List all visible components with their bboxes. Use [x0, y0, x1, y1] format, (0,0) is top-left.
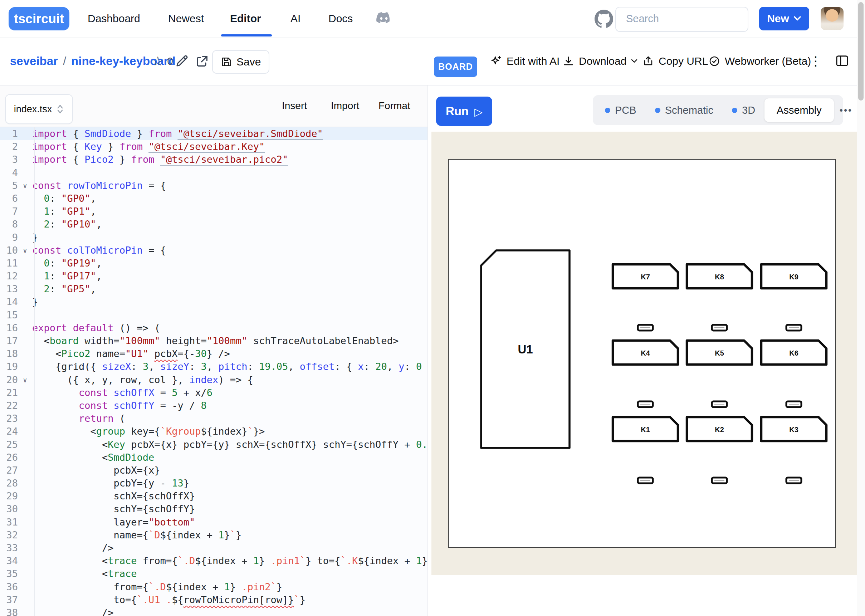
download-icon — [562, 55, 575, 67]
line-number: 23 — [0, 412, 18, 425]
code-editor[interactable]: 1import { SmdDiode } from "@tsci/seveiba… — [0, 127, 427, 616]
code-line[interactable]: 33 /> — [0, 542, 427, 555]
code-line[interactable]: 19 {grid({ sizeX: 3, sizeY: 3, pitch: 19… — [0, 360, 427, 373]
file-selector[interactable]: index.tsx — [5, 94, 73, 124]
fold-arrow-icon[interactable]: ∨ — [18, 374, 32, 387]
tabs-overflow-button[interactable]: ••• — [834, 105, 858, 116]
fold-arrow-icon[interactable]: ∨ — [18, 244, 32, 257]
line-number: 20 — [0, 374, 18, 387]
code-line[interactable]: 36 from={`.D${index + 1} .pin2`} — [0, 581, 427, 594]
key-label: K7 — [641, 273, 650, 281]
line-number: 36 — [0, 581, 18, 594]
code-line[interactable]: 15 — [0, 309, 427, 322]
new-button[interactable]: New — [759, 7, 809, 30]
code-line[interactable]: 5∨const rowToMicroPin = { — [0, 179, 427, 192]
key-label: K5 — [715, 349, 724, 357]
assembly-canvas[interactable]: U1K7K8K9K4K5K6K1K2K3 — [432, 132, 857, 575]
scrollbar-thumb[interactable] — [858, 2, 863, 101]
board-type-badge[interactable]: BOARD — [434, 57, 477, 77]
save-button-label: Save — [237, 56, 261, 68]
save-floppy-icon — [221, 56, 232, 68]
code-line[interactable]: 16export default () => ( — [0, 322, 427, 335]
code-line[interactable]: 14} — [0, 295, 427, 308]
code-line[interactable]: 21 const schOffX = 5 + x/6 — [0, 387, 427, 399]
key-label: K6 — [789, 349, 799, 357]
fold-arrow-icon[interactable]: ∨ — [18, 179, 32, 192]
code-line[interactable]: 4 — [0, 167, 427, 179]
line-number: 16 — [0, 322, 18, 335]
star-counter[interactable]: ☆ 0 — [152, 38, 173, 84]
run-label: Run — [446, 104, 469, 118]
tab-schematic[interactable]: Schematic — [646, 104, 723, 116]
view-tabs: PCB Schematic 3D Assembly ••• — [593, 95, 843, 125]
tab-3d[interactable]: 3D — [723, 104, 765, 116]
chip-label: U1 — [518, 343, 533, 356]
code-line[interactable]: 23 return ( — [0, 412, 427, 425]
tab-schematic-label: Schematic — [665, 104, 713, 116]
code-line[interactable]: 3import { Pico2 } from "@tsci/seveibar.p… — [0, 153, 427, 166]
code-line[interactable]: 9} — [0, 231, 427, 244]
rename-pencil-icon[interactable] — [174, 53, 190, 68]
code-line[interactable]: 11 0: "GP19", — [0, 257, 427, 270]
code-line[interactable]: 28 pcbY={y - 13} — [0, 477, 427, 490]
code-line[interactable]: 10∨const colToMicroPin = { — [0, 244, 427, 257]
share-icon[interactable] — [195, 54, 209, 68]
code-line[interactable]: 22 const schOffY = -y / 8 — [0, 399, 427, 412]
line-number: 8 — [0, 218, 18, 231]
code-line[interactable]: 25 <Key pcbX={x} pcbY={y} schX={schOffX}… — [0, 438, 427, 451]
code-line[interactable]: 27 pcbX={x} — [0, 464, 427, 477]
code-line[interactable]: 17 <board width="100mm" height="100mm" s… — [0, 335, 427, 347]
code-line[interactable]: 37 to={`.U1 .${rowToMicroPin[row]}`} — [0, 594, 427, 607]
code-line[interactable]: 8 2: "GP10", — [0, 218, 427, 231]
save-button[interactable]: Save — [212, 50, 269, 74]
line-number: 7 — [0, 205, 18, 218]
chevron-down-icon — [631, 59, 638, 64]
schematic-dot-icon — [655, 108, 660, 113]
copy-url-button[interactable]: Copy URL — [642, 38, 708, 84]
edit-with-ai-button[interactable]: Edit with AI — [489, 38, 559, 84]
discord-icon[interactable] — [376, 11, 392, 25]
search-input[interactable] — [625, 13, 734, 25]
code-line[interactable]: 7 1: "GP1", — [0, 205, 427, 218]
menu-format[interactable]: Format — [378, 85, 410, 126]
nav-item-ai[interactable]: AI — [290, 0, 300, 37]
code-line[interactable]: 31 layer="bottom" — [0, 516, 427, 529]
user-avatar[interactable] — [821, 7, 843, 30]
kebab-menu[interactable]: ⋮ — [809, 38, 822, 84]
nav-item-newest[interactable]: Newest — [168, 0, 204, 37]
key-label: K9 — [789, 273, 799, 281]
code-line[interactable]: 29 schX={schOffX} — [0, 490, 427, 503]
webworker-toggle[interactable]: Webworker (Beta) — [708, 38, 811, 84]
tab-pcb[interactable]: PCB — [596, 104, 646, 116]
code-line[interactable]: 32 name={`D${index + 1}`} — [0, 529, 427, 542]
tab-assembly[interactable]: Assembly — [765, 98, 834, 122]
code-line[interactable]: 12 1: "GP17", — [0, 270, 427, 283]
nav-item-docs[interactable]: Docs — [328, 0, 353, 37]
menu-insert[interactable]: Insert — [282, 85, 307, 126]
code-line[interactable]: 30 schY={schOffY} — [0, 503, 427, 515]
code-line[interactable]: 24 <group key={`Kgroup${index}`}> — [0, 425, 427, 438]
menu-import[interactable]: Import — [331, 85, 359, 126]
github-icon[interactable] — [595, 9, 613, 28]
code-line[interactable]: 34 <trace from={`.D${index + 1} .pin1`} … — [0, 555, 427, 567]
code-line[interactable]: 26 <SmdDiode — [0, 451, 427, 464]
webworker-label: Webworker (Beta) — [725, 55, 811, 67]
run-button[interactable]: Run ▷ — [436, 97, 492, 126]
nav-item-dashboard[interactable]: Dashboard — [88, 0, 140, 37]
code-line[interactable]: 1import { SmdDiode } from "@tsci/seveiba… — [0, 127, 427, 140]
code-line[interactable]: 13 2: "GP5", — [0, 283, 427, 295]
code-line[interactable]: 38 /> — [0, 607, 427, 616]
code-line[interactable]: 18 <Pico2 name="U1" pcbX={-30} /> — [0, 347, 427, 360]
tscircuit-logo[interactable]: tscircuit — [9, 7, 69, 30]
code-line[interactable]: 35 <trace — [0, 567, 427, 580]
download-button[interactable]: Download — [562, 38, 638, 84]
line-number: 29 — [0, 490, 18, 503]
code-line[interactable]: 20∨ ({ x, y, row, col }, index) => { — [0, 374, 427, 387]
owner-link[interactable]: seveibar — [10, 54, 58, 68]
line-number: 34 — [0, 555, 18, 567]
code-line[interactable]: 2import { Key } from "@tsci/seveibar.Key… — [0, 140, 427, 153]
code-line[interactable]: 6 0: "GP0", — [0, 192, 427, 205]
kebab-icon: ⋮ — [809, 53, 822, 69]
panel-toggle-icon[interactable] — [835, 54, 849, 68]
nav-item-editor[interactable]: Editor — [230, 0, 261, 37]
